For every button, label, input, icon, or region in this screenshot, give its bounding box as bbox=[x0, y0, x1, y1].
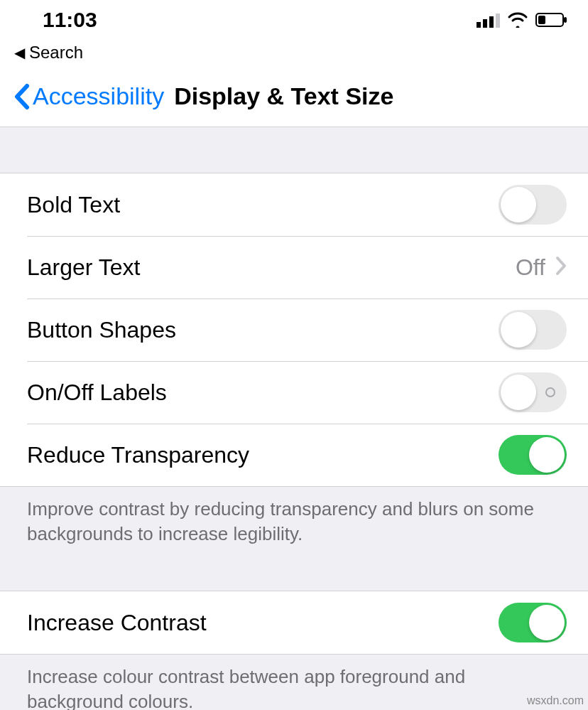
chevron-right-icon bbox=[555, 256, 567, 279]
cellular-signal-icon bbox=[477, 12, 500, 28]
back-button[interactable]: Accessibility bbox=[33, 82, 164, 110]
button-shapes-switch[interactable] bbox=[499, 310, 567, 350]
nav-bar: Accessibility Display & Text Size bbox=[0, 66, 588, 127]
row-button-shapes[interactable]: Button Shapes bbox=[0, 298, 588, 361]
onoff-labels-switch[interactable] bbox=[499, 372, 567, 412]
page-title: Display & Text Size bbox=[174, 82, 393, 110]
status-time: 11:03 bbox=[43, 8, 97, 32]
reduce-transparency-switch[interactable] bbox=[499, 435, 567, 475]
row-label: Button Shapes bbox=[27, 317, 176, 343]
increase-contrast-switch[interactable] bbox=[499, 603, 567, 642]
row-label: Larger Text bbox=[27, 254, 141, 281]
row-onoff-labels[interactable]: On/Off Labels bbox=[0, 361, 588, 424]
svg-rect-2 bbox=[538, 16, 545, 24]
row-reduce-transparency[interactable]: Reduce Transparency bbox=[0, 424, 588, 486]
row-bold-text[interactable]: Bold Text bbox=[0, 173, 588, 236]
group-spacer bbox=[0, 127, 588, 173]
bold-text-switch[interactable] bbox=[499, 185, 567, 225]
group-2-footer: Increase colour contrast between app for… bbox=[0, 655, 588, 710]
svg-rect-1 bbox=[564, 17, 567, 23]
wifi-icon bbox=[507, 12, 528, 28]
row-label: On/Off Labels bbox=[27, 380, 167, 406]
row-label: Reduce Transparency bbox=[27, 442, 249, 468]
row-label: Bold Text bbox=[27, 192, 120, 218]
status-bar: 11:03 bbox=[0, 0, 588, 39]
watermark: wsxdn.com bbox=[527, 694, 584, 707]
settings-group-1: Bold Text Larger Text Off Button Shapes … bbox=[0, 173, 588, 487]
group-1-footer: Improve contrast by reducing transparenc… bbox=[0, 487, 588, 562]
row-value: Off bbox=[516, 254, 545, 281]
breadcrumb-back-icon: ◀ bbox=[14, 44, 25, 61]
settings-group-2: Increase Contrast bbox=[0, 591, 588, 655]
row-label: Increase Contrast bbox=[27, 610, 207, 636]
switch-off-indicator-icon bbox=[545, 387, 555, 397]
breadcrumb[interactable]: ◀ Search bbox=[0, 39, 588, 66]
status-indicators bbox=[477, 12, 568, 28]
group-spacer bbox=[0, 562, 588, 591]
row-larger-text[interactable]: Larger Text Off bbox=[0, 236, 588, 298]
back-chevron-icon[interactable] bbox=[13, 83, 30, 110]
row-increase-contrast[interactable]: Increase Contrast bbox=[0, 591, 588, 654]
breadcrumb-label: Search bbox=[29, 43, 83, 63]
battery-icon bbox=[535, 12, 568, 28]
